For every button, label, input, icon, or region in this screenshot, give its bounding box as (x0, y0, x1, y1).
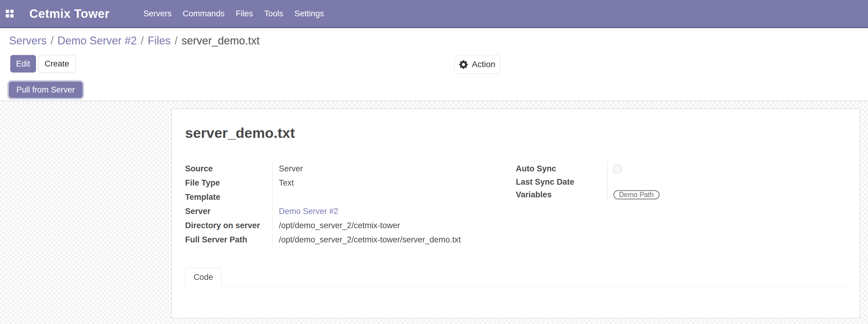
field-group-right: Auto Sync Last Sync Date Variables Demo … (516, 162, 847, 247)
breadcrumb-link-demo-server[interactable]: Demo Server #2 (58, 34, 137, 47)
field-label-auto-sync: Auto Sync (516, 162, 607, 176)
field-label-full-server-path: Full Server Path (185, 233, 272, 247)
page-title: server_demo.txt (185, 125, 846, 141)
apps-menu-icon[interactable] (6, 10, 13, 18)
notebook: Code (185, 267, 846, 287)
breadcrumb-separator: / (141, 34, 144, 47)
app-window: Cetmix Tower Servers Commands Files Tool… (0, 0, 868, 324)
field-value-auto-sync (607, 162, 847, 176)
field-value-source: Server (272, 162, 516, 176)
edit-button[interactable]: Edit (10, 55, 36, 72)
breadcrumb-separator: / (175, 34, 178, 47)
object-buttons: Pull from Server (9, 82, 868, 98)
server-link[interactable]: Demo Server #2 (279, 207, 338, 216)
field-value-full-server-path: /opt/demo_server_2/cetmix-tower/server_d… (272, 233, 516, 247)
breadcrumb: Servers/Demo Server #2/Files/server_demo… (9, 35, 868, 46)
field-value-server: Demo Server #2 (272, 204, 516, 219)
breadcrumb-link-files[interactable]: Files (148, 34, 170, 47)
breadcrumb-link-servers[interactable]: Servers (9, 34, 46, 47)
form-sheet: server_demo.txt Source Server File Type … (172, 108, 860, 318)
field-label-file-type: File Type (185, 176, 272, 190)
field-label-template: Template (185, 190, 272, 204)
menu-item-files[interactable]: Files (236, 9, 253, 19)
tab-code[interactable]: Code (185, 268, 222, 287)
field-label-last-sync-date: Last Sync Date (516, 176, 607, 188)
field-label-source: Source (185, 162, 272, 176)
variable-tag-demo-path[interactable]: Demo Path (613, 190, 660, 199)
menu-item-settings[interactable]: Settings (294, 9, 324, 19)
field-value-last-sync-date (607, 176, 847, 188)
menu-item-commands[interactable]: Commands (183, 9, 224, 19)
brand-title[interactable]: Cetmix Tower (29, 7, 110, 21)
field-label-server: Server (185, 204, 272, 219)
breadcrumb-separator: / (51, 34, 54, 47)
tab-bar: Code (185, 267, 846, 287)
field-value-file-type: Text (272, 176, 516, 190)
gear-icon (459, 60, 468, 69)
menu-item-tools[interactable]: Tools (264, 9, 283, 19)
form-buttons: Edit Create (10, 55, 868, 72)
field-group: Source Server File Type Text Template Se… (185, 162, 846, 247)
main-menu: Servers Commands Files Tools Settings (143, 9, 324, 19)
field-value-directory: /opt/demo_server_2/cetmix-tower (272, 219, 516, 233)
tab-code-label: Code (193, 272, 213, 282)
field-label-variables: Variables (516, 188, 607, 201)
action-button[interactable]: Action (454, 55, 500, 74)
action-button-label: Action (472, 60, 495, 69)
breadcrumb-current: server_demo.txt (182, 34, 259, 47)
menu-item-servers[interactable]: Servers (143, 9, 172, 19)
auto-sync-checkbox[interactable] (613, 165, 622, 173)
content-area: server_demo.txt Source Server File Type … (0, 101, 868, 324)
create-button[interactable]: Create (38, 55, 75, 72)
field-group-left: Source Server File Type Text Template Se… (185, 162, 516, 247)
pull-from-server-button[interactable]: Pull from Server (9, 82, 83, 98)
field-value-variables: Demo Path (607, 188, 847, 201)
field-value-template (272, 190, 516, 204)
control-panel: Servers/Demo Server #2/Files/server_demo… (0, 28, 868, 101)
top-navbar: Cetmix Tower Servers Commands Files Tool… (0, 0, 868, 28)
field-label-directory: Directory on server (185, 219, 272, 233)
